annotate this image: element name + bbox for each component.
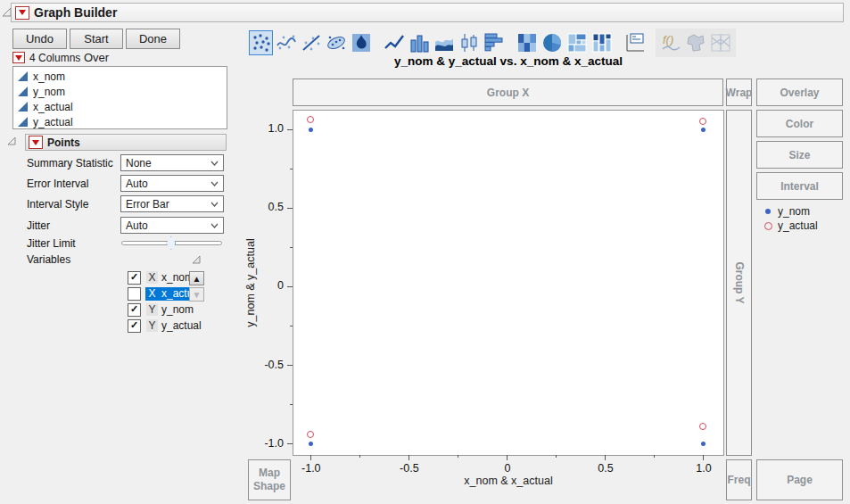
jitter-dropdown[interactable]: Auto: [120, 217, 224, 234]
drop-zone-group-x[interactable]: Group X: [293, 78, 723, 106]
legend-item-y_nom[interactable]: y_nom: [763, 204, 818, 219]
dropdown-value: Auto: [126, 219, 148, 232]
done-button[interactable]: Done: [126, 29, 180, 49]
drop-zone-freq[interactable]: Freq: [726, 459, 752, 500]
red-triangle-menu-icon[interactable]: [15, 6, 29, 20]
formula-chart-icon[interactable]: f(): [658, 30, 682, 55]
x-axis-label[interactable]: x_nom & x_actual: [293, 475, 724, 487]
y-major-tick: [287, 365, 293, 366]
variable-entry[interactable]: Yy_actual: [145, 319, 204, 333]
y-axis-label[interactable]: y_nom & y_actual: [244, 238, 257, 326]
legend-label: y_nom: [778, 205, 810, 218]
box-plot-chart-icon[interactable]: [457, 30, 481, 55]
drop-zone-wrap[interactable]: Wrap: [726, 78, 752, 106]
interval-style-dropdown[interactable]: Error Bar: [120, 195, 224, 212]
axis-role-chip: Y: [146, 319, 158, 332]
page-title: Graph Builder: [34, 5, 117, 20]
drop-zone-interval[interactable]: Interval: [756, 172, 843, 200]
variable-name: y_nom: [161, 303, 194, 316]
line-of-fit-chart-icon[interactable]: [299, 30, 323, 55]
x-minor-tick: [654, 455, 655, 458]
open-circle-marker-icon: [764, 222, 772, 230]
variables-label: Variables: [27, 253, 70, 266]
drop-zone-overlay[interactable]: Overlay: [756, 78, 843, 106]
points-disclosure-icon[interactable]: [7, 136, 16, 145]
undo-button[interactable]: Undo: [12, 29, 67, 49]
column-name: y_nom: [33, 86, 65, 98]
map-shapes-chart-icon[interactable]: [683, 30, 707, 55]
x-minor-tick: [458, 455, 458, 458]
drop-zone-map-shape[interactable]: Map Shape: [248, 459, 291, 500]
data-point-y_actual: [699, 423, 706, 430]
line-chart-icon[interactable]: [382, 30, 406, 55]
summary-statistic-label: Summary Statistic: [27, 157, 113, 169]
treemap-chart-icon[interactable]: [565, 30, 589, 55]
move-down-button[interactable]: ▼: [189, 287, 204, 302]
data-point-y_nom: [701, 442, 706, 446]
y-major-tick: [287, 286, 293, 287]
toolbar-icon-group: [515, 30, 615, 55]
column-item[interactable]: y_actual: [13, 114, 227, 129]
continuous-column-icon: [17, 116, 29, 128]
legend-item-y_actual[interactable]: y_actual: [763, 219, 818, 233]
column-item[interactable]: y_nom: [13, 84, 227, 99]
points-section-header: Points: [25, 134, 227, 151]
element-type-toolbar: f(): [249, 29, 736, 57]
x-minor-tick: [359, 455, 360, 458]
checkbox-y_nom[interactable]: ✓: [128, 303, 141, 317]
filled-dot-marker-icon: [765, 209, 771, 214]
toolbar-icon-group: [249, 30, 374, 55]
data-point-y_nom: [309, 442, 313, 446]
smoother-chart-icon[interactable]: [274, 30, 298, 55]
error-interval-dropdown[interactable]: Auto: [120, 175, 224, 192]
variable-entry[interactable]: Yy_nom: [145, 303, 196, 317]
move-up-button[interactable]: ▲: [189, 271, 204, 285]
y-minor-tick: [290, 404, 293, 405]
parallel-chart-icon[interactable]: [708, 30, 732, 55]
variable-row-y_actual[interactable]: ✓Yy_actual: [128, 318, 204, 333]
drop-zone-color[interactable]: Color: [756, 110, 843, 137]
points-red-triangle-icon[interactable]: [29, 136, 43, 149]
continuous-column-icon: [17, 70, 29, 82]
ellipse-chart-icon[interactable]: [324, 30, 348, 55]
column-item[interactable]: x_nom: [13, 69, 227, 84]
area-chart-icon[interactable]: [432, 30, 456, 55]
points-header-label: Points: [47, 136, 80, 149]
error-interval-label: Error Interval: [27, 178, 88, 190]
variables-disclosure-icon[interactable]: [192, 255, 201, 264]
contour-chart-icon[interactable]: [349, 30, 373, 55]
drop-zone-group-y[interactable]: Group Y: [726, 110, 752, 456]
checkbox-x_actual[interactable]: [128, 287, 141, 301]
column-name: x_actual: [33, 101, 73, 113]
columns-red-triangle-icon[interactable]: [12, 52, 25, 63]
caption-box-chart-icon[interactable]: [623, 30, 647, 55]
checkbox-x_nom[interactable]: ✓: [128, 271, 141, 285]
points-chart-icon[interactable]: [249, 30, 273, 55]
toolbar-icon-group: f(): [656, 29, 736, 57]
plot-area[interactable]: -1.0-0.500.51.01.00.50-0.5-1.0: [293, 110, 724, 456]
chevron-down-icon: [210, 202, 219, 207]
heatmap-chart-icon[interactable]: [515, 30, 539, 55]
checkbox-y_actual[interactable]: ✓: [128, 319, 141, 333]
drop-zone-page[interactable]: Page: [756, 459, 843, 500]
x-tick-label: 0.5: [588, 462, 623, 475]
y-major-tick: [287, 129, 293, 130]
pie-chart-icon[interactable]: [540, 30, 564, 55]
summary-statistic-dropdown[interactable]: None: [120, 154, 224, 171]
bar-chart-icon[interactable]: [407, 30, 431, 55]
drop-zone-size[interactable]: Size: [756, 141, 843, 169]
x-major-tick: [703, 455, 704, 460]
columns-list: x_nomy_nomx_actualy_actual: [12, 66, 227, 129]
start-over-button[interactable]: Start Over: [70, 29, 123, 49]
histogram-chart-icon[interactable]: [482, 30, 506, 55]
interval-style-label: Interval Style: [27, 198, 88, 211]
mosaic-chart-icon[interactable]: [590, 30, 614, 55]
svg-text:f(): f(): [663, 33, 673, 46]
jitter-limit-label: Jitter Limit: [27, 237, 76, 250]
chevron-down-icon: [210, 223, 219, 228]
data-point-y_nom: [701, 128, 706, 132]
jitter-limit-slider-thumb[interactable]: [166, 236, 176, 250]
variable-row-y_nom[interactable]: ✓Yy_nom: [128, 302, 204, 317]
y-tick-label: -1.0: [243, 437, 284, 450]
column-item[interactable]: x_actual: [13, 99, 227, 114]
